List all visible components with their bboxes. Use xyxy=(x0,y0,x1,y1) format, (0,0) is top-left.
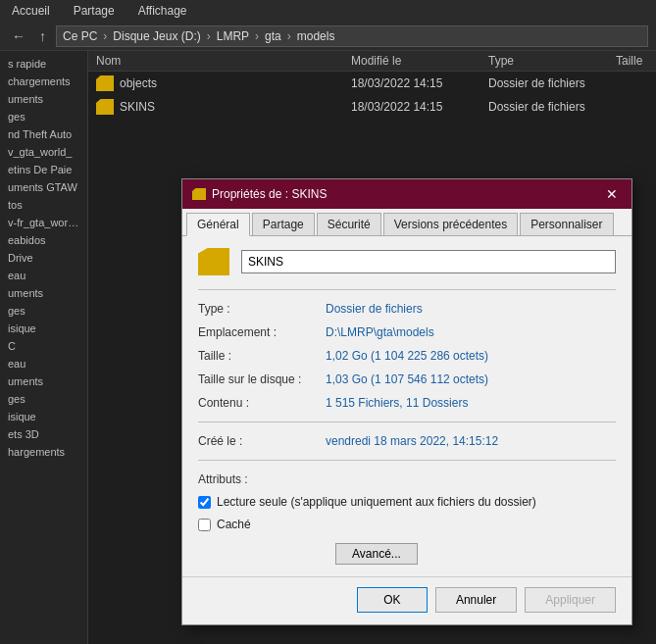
breadcrumb-cepc[interactable]: Ce PC xyxy=(63,29,97,43)
sidebar-item-access-rapide[interactable]: s rapide xyxy=(0,55,87,73)
sidebar-item-drive[interactable]: Drive xyxy=(0,249,87,267)
breadcrumb-gta[interactable]: gta xyxy=(265,29,281,43)
sidebar-item-telechargements[interactable]: hargements xyxy=(0,443,87,461)
column-headers: Nom Modifié le Type Taille xyxy=(88,51,656,72)
sep4: › xyxy=(287,29,291,43)
col-header-taille[interactable]: Taille xyxy=(616,54,648,68)
sidebar-item-gta[interactable]: nd Theft Auto xyxy=(0,125,87,143)
prop-type-value: Dossier de fichiers xyxy=(326,300,423,318)
appliquer-button[interactable]: Appliquer xyxy=(525,587,616,613)
sidebar-item-bulletins[interactable]: etins De Paie xyxy=(0,161,87,178)
col-header-modifie[interactable]: Modifié le xyxy=(351,54,488,68)
folder-big-icon xyxy=(198,248,229,275)
back-button[interactable]: ← xyxy=(8,26,29,46)
sidebar-item-chargements[interactable]: chargements xyxy=(0,73,87,90)
prop-taille-disque-label: Taille sur le disque : xyxy=(198,371,326,388)
table-row[interactable]: SKINS 18/03/2022 14:15 Dossier de fichie… xyxy=(88,95,656,119)
table-row[interactable]: objects 18/03/2022 14:15 Dossier de fich… xyxy=(88,72,656,95)
folder-icon xyxy=(96,75,114,91)
prop-contenu-row: Contenu : 1 515 Fichiers, 11 Dossiers xyxy=(198,394,616,412)
sidebar-item-c[interactable]: C xyxy=(0,337,87,355)
sidebar-item-images2[interactable]: ges xyxy=(0,302,87,320)
prop-taille-label: Taille : xyxy=(198,347,326,365)
tab-versions[interactable]: Versions précédentes xyxy=(383,213,518,235)
breadcrumb-lmrp[interactable]: LMRP xyxy=(217,29,249,43)
breadcrumb[interactable]: Ce PC › Disque Jeux (D:) › LMRP › gta › … xyxy=(56,25,648,47)
sidebar-item-bureau2[interactable]: eau xyxy=(0,355,87,372)
prop-cree-label: Créé le : xyxy=(198,432,326,450)
forward-button[interactable]: ↑ xyxy=(35,26,50,46)
annuler-button[interactable]: Annuler xyxy=(435,587,517,613)
prop-taille-value: 1,02 Go (1 104 225 286 octets) xyxy=(326,347,488,365)
prop-type-label: Type : xyxy=(198,300,326,318)
tab-securite[interactable]: Sécurité xyxy=(317,213,381,235)
address-bar: ← ↑ Ce PC › Disque Jeux (D:) › LMRP › gt… xyxy=(0,22,656,51)
folder-icon xyxy=(96,99,114,115)
sidebar-item-photos[interactable]: tos xyxy=(0,196,87,214)
tab-partage[interactable]: Partage xyxy=(252,213,315,235)
avance-button[interactable]: Avancé... xyxy=(335,543,418,565)
file-list: objects 18/03/2022 14:15 Dossier de fich… xyxy=(88,72,656,119)
cache-label: Caché xyxy=(217,517,251,533)
tab-general[interactable]: Général xyxy=(186,213,250,236)
lecture-seule-label: Lecture seule (s'applique uniquement aux… xyxy=(217,494,536,511)
sidebar-item-documents2[interactable]: uments xyxy=(0,284,87,302)
attributes-section: Attributs : Lecture seule (s'applique un… xyxy=(198,471,616,565)
attr-lecture-seule-row: Lecture seule (s'applique uniquement aux… xyxy=(198,494,616,511)
menu-bar: Accueil Partage Affichage xyxy=(0,0,656,22)
file-modifie-skins: 18/03/2022 14:15 xyxy=(351,100,488,114)
dialog-buttons: OK Annuler Appliquer xyxy=(182,576,631,624)
sidebar-item-images1[interactable]: ges xyxy=(0,108,87,125)
divider1 xyxy=(198,289,616,290)
menu-partage[interactable]: Partage xyxy=(70,2,119,20)
prop-emplacement-row: Emplacement : D:\LMRP\gta\models xyxy=(198,323,616,341)
breadcrumb-disque[interactable]: Disque Jeux (D:) xyxy=(113,29,200,43)
sep1: › xyxy=(103,29,107,43)
folder-name-section xyxy=(198,248,616,275)
sidebar-item-abidos[interactable]: eabidos xyxy=(0,231,87,249)
sidebar-item-musique1[interactable]: isique xyxy=(0,320,87,337)
file-name-skins: SKINS xyxy=(120,100,351,114)
file-type-skins: Dossier de fichiers xyxy=(488,100,616,114)
dialog-titlebar: Propriétés de : SKINS ✕ xyxy=(182,179,631,209)
breadcrumb-models[interactable]: models xyxy=(297,29,335,43)
prop-taille-row: Taille : 1,02 Go (1 104 225 286 octets) xyxy=(198,347,616,365)
lecture-seule-checkbox[interactable] xyxy=(198,496,211,509)
prop-contenu-value: 1 515 Fichiers, 11 Dossiers xyxy=(326,394,468,412)
dialog-tabs: Général Partage Sécurité Versions précéd… xyxy=(182,209,631,236)
cache-checkbox[interactable] xyxy=(198,519,211,531)
sidebar-item-gta-world2[interactable]: v-fr_gta_world_2 xyxy=(0,214,87,231)
attr-title-label: Attributs : xyxy=(198,471,326,488)
sidebar-item-images3[interactable]: ges xyxy=(0,390,87,408)
dialog-title-folder-icon xyxy=(192,188,206,200)
prop-contenu-label: Contenu : xyxy=(198,394,326,412)
sidebar-item-musique2[interactable]: isique xyxy=(0,408,87,425)
prop-emplacement-value: D:\LMRP\gta\models xyxy=(326,323,434,341)
col-header-nom[interactable]: Nom xyxy=(96,54,351,68)
content-area: s rapide chargements uments ges nd Theft… xyxy=(0,51,656,644)
folder-name-input[interactable] xyxy=(241,250,616,273)
divider3 xyxy=(198,460,616,461)
ok-button[interactable]: OK xyxy=(357,587,428,613)
sidebar-item-documents1[interactable]: uments xyxy=(0,90,87,108)
file-type-objects: Dossier de fichiers xyxy=(488,76,616,90)
tab-personnaliser[interactable]: Personnaliser xyxy=(520,213,613,235)
col-header-type[interactable]: Type xyxy=(488,54,616,68)
menu-accueil[interactable]: Accueil xyxy=(8,2,54,20)
dialog-title-text: Propriétés de : SKINS xyxy=(212,187,327,201)
sidebar-item-bureau1[interactable]: eau xyxy=(0,267,87,284)
divider2 xyxy=(198,421,616,422)
dialog-close-button[interactable]: ✕ xyxy=(602,184,622,204)
sidebar: s rapide chargements uments ges nd Theft… xyxy=(0,51,88,644)
attr-title-row: Attributs : xyxy=(198,471,616,488)
sidebar-item-objets3d[interactable]: ets 3D xyxy=(0,425,87,443)
file-modifie-objects: 18/03/2022 14:15 xyxy=(351,76,488,90)
dialog-title-left: Propriétés de : SKINS xyxy=(192,187,327,201)
prop-taille-disque-row: Taille sur le disque : 1,03 Go (1 107 54… xyxy=(198,371,616,388)
properties-dialog: Propriétés de : SKINS ✕ Général Partage … xyxy=(181,178,632,625)
menu-affichage[interactable]: Affichage xyxy=(134,2,191,20)
prop-cree-row: Créé le : vendredi 18 mars 2022, 14:15:1… xyxy=(198,432,616,450)
sidebar-item-gtaw-docs[interactable]: uments GTAW xyxy=(0,178,87,196)
sidebar-item-documents3[interactable]: uments xyxy=(0,372,87,390)
sidebar-item-gta-world[interactable]: v_gta_world_ xyxy=(0,143,87,161)
